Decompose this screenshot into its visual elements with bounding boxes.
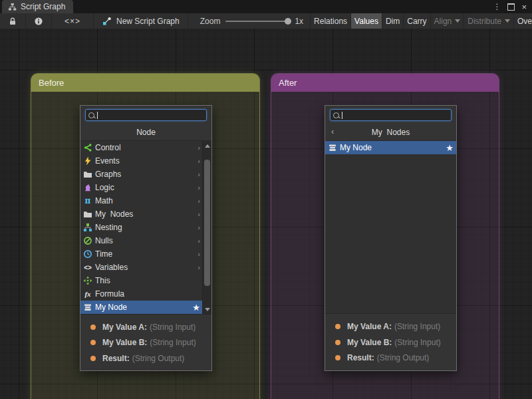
list-item-graphs[interactable]: Graphs › xyxy=(80,168,211,181)
folder-icon xyxy=(82,209,93,219)
lock-button[interactable] xyxy=(0,13,26,29)
align-dropdown[interactable]: Align xyxy=(430,13,464,29)
control-icon xyxy=(82,143,93,152)
tab-bar: Script Graph ⋮ × xyxy=(0,0,532,13)
list-item-nesting[interactable]: Nesting › xyxy=(80,221,211,234)
tab-script-graph[interactable]: Script Graph xyxy=(2,0,73,13)
new-graph-icon xyxy=(102,17,112,26)
finder-header: Node xyxy=(80,124,211,141)
overview-label: Overview xyxy=(517,17,532,26)
kebab-menu-icon[interactable]: ⋮ xyxy=(493,3,501,11)
search-input[interactable] xyxy=(98,110,203,120)
list-item-formula[interactable]: fx Formula xyxy=(80,287,211,301)
search-icon xyxy=(88,112,94,118)
chevron-right-icon: › xyxy=(198,237,200,245)
values-button[interactable]: Values xyxy=(350,13,382,29)
list-item-label: My Node xyxy=(95,303,127,312)
time-icon xyxy=(82,249,93,259)
distribute-label: Distribute xyxy=(467,17,501,26)
scrollbar-thumb[interactable] xyxy=(204,160,210,286)
list-item-variables[interactable]: <> Variables › xyxy=(80,261,211,274)
node-preview: My Value A: (String Input) My Value B: (… xyxy=(80,314,211,370)
port-dot-icon xyxy=(90,325,96,330)
favorite-star-icon[interactable]: ★ xyxy=(446,144,454,152)
list-item-my-node[interactable]: My Node ★ xyxy=(80,301,211,314)
list-item-label: Nesting xyxy=(95,223,122,232)
overview-button[interactable]: Overview xyxy=(513,13,532,29)
list-item-label: My Node xyxy=(340,143,372,152)
script-graph-window: Script Graph ⋮ × <×> New Script Graph xyxy=(0,0,532,399)
scroll-up-icon[interactable] xyxy=(203,142,211,150)
chevron-right-icon: › xyxy=(198,170,200,178)
list-item-my-node[interactable]: My Node ★ xyxy=(325,141,456,154)
script-graph-icon xyxy=(7,2,17,11)
carry-button[interactable]: Carry xyxy=(403,13,430,29)
port-label: My Value B: xyxy=(102,338,147,347)
preview-row: My Value B: (String Input) xyxy=(80,338,211,347)
close-icon[interactable]: × xyxy=(521,3,527,11)
list-item-label: Math xyxy=(95,196,113,205)
my-node-icon xyxy=(82,303,93,312)
port-dot-icon xyxy=(335,340,340,345)
list-item-label: Events xyxy=(95,156,120,166)
my-node-icon xyxy=(327,143,338,152)
search-box[interactable] xyxy=(85,109,207,121)
distribute-dropdown[interactable]: Distribute xyxy=(464,13,513,29)
scroll-down-icon[interactable] xyxy=(203,305,211,313)
port-dot-icon xyxy=(335,355,340,360)
search-input[interactable] xyxy=(342,110,448,120)
svg-text:<>: <> xyxy=(84,264,92,271)
group-after-title: After xyxy=(279,78,297,88)
group-before-header[interactable]: Before xyxy=(31,74,259,92)
list-item-logic[interactable]: Logic › xyxy=(80,181,211,194)
list-item-math[interactable]: π Math › xyxy=(80,194,211,207)
list-item-label: This xyxy=(95,276,110,285)
list-item-this[interactable]: This xyxy=(80,274,211,287)
port-type: (String Input) xyxy=(150,323,196,332)
zoom-slider-handle[interactable] xyxy=(285,18,291,25)
graph-canvas[interactable]: Before After Node xyxy=(0,29,532,399)
list-item-control[interactable]: Control › xyxy=(80,141,211,154)
zoom-slider[interactable] xyxy=(225,21,289,22)
relations-button[interactable]: Relations xyxy=(310,13,350,29)
zoom-label: Zoom xyxy=(200,17,221,26)
inspect-button[interactable] xyxy=(26,13,52,29)
list-item-nulls[interactable]: Nulls › xyxy=(80,234,211,247)
variables-icon: <> xyxy=(82,263,93,272)
dim-button[interactable]: Dim xyxy=(382,13,403,29)
search-box[interactable] xyxy=(330,109,452,121)
port-type: (String Output) xyxy=(132,354,185,363)
list-item-time[interactable]: Time › xyxy=(80,247,211,261)
fuzzy-finder-after: ‹ My Nodes My Node ★ My Value A: (String… xyxy=(325,105,457,371)
new-script-graph-button[interactable]: New Script Graph xyxy=(94,13,188,29)
formula-icon: fx xyxy=(82,289,93,299)
list-item-my-nodes[interactable]: My Nodes › xyxy=(80,207,211,221)
port-label: Result: xyxy=(102,354,130,363)
port-dot-icon xyxy=(335,324,340,329)
code-view-button[interactable]: <×> xyxy=(52,13,94,29)
preview-row: My Value A: (String Input) xyxy=(325,322,456,331)
chevron-down-icon xyxy=(505,19,510,23)
list-item-label: Graphs xyxy=(95,170,121,179)
graph-toolbar: <×> New Script Graph Zoom 1x Relations V… xyxy=(0,13,532,29)
favorite-star-icon[interactable]: ★ xyxy=(192,303,200,312)
back-chevron-icon[interactable]: ‹ xyxy=(331,126,334,136)
group-after-header[interactable]: After xyxy=(271,74,499,92)
folder-icon xyxy=(82,170,93,179)
svg-text:fx: fx xyxy=(84,290,91,298)
window-controls: ⋮ × xyxy=(487,0,532,13)
list-item-events[interactable]: Events › xyxy=(80,154,211,168)
finder-header-label: Node xyxy=(136,128,156,137)
math-icon: π xyxy=(82,196,93,205)
port-type: (String Input) xyxy=(394,322,440,331)
nesting-icon xyxy=(82,223,93,232)
port-dot-icon xyxy=(90,340,96,345)
list-item-label: Logic xyxy=(95,183,114,192)
chevron-right-icon: › xyxy=(198,144,200,152)
port-label: My Value B: xyxy=(347,338,392,347)
port-label: Result: xyxy=(347,353,374,362)
nulls-icon xyxy=(82,236,93,245)
maximize-icon[interactable] xyxy=(507,3,515,11)
scrollbar[interactable] xyxy=(202,141,211,314)
chevron-right-icon: › xyxy=(198,263,200,271)
